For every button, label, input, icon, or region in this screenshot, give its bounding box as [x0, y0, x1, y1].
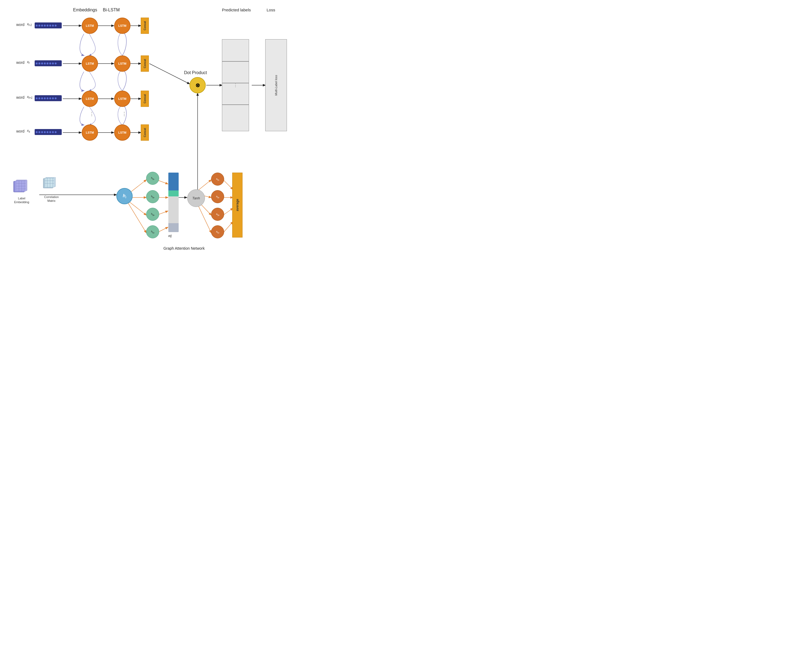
lstm-left-2: LSTM [82, 55, 98, 72]
concat-3: Concat [141, 91, 149, 107]
eij-label: eij [168, 234, 172, 238]
word-label-2: word [16, 60, 24, 65]
svg-line-29 [223, 180, 233, 189]
correlation-matrix-group: CorrelationMatrix [39, 177, 64, 203]
concat-4: Concat [141, 125, 149, 141]
embedding-bar-1 [35, 23, 62, 28]
label-embedding-text: LabelEmbedding [9, 197, 34, 204]
multi-label-loss-text: Multi-Label loss [275, 75, 278, 96]
label-embedding-icon [12, 178, 31, 195]
hij-circle-1: hij₁ [146, 172, 159, 185]
concat-label-4: Concat [143, 128, 147, 137]
embedding-bar-3 [35, 95, 62, 101]
tanh-circle: Tanh [187, 189, 205, 207]
aij-circle-3: aij₃ [211, 208, 224, 221]
word-label-1: word [16, 23, 24, 27]
svg-line-31 [223, 208, 233, 215]
correlation-matrix-text: CorrelationMatrix [39, 195, 64, 203]
concat-1: Concat [141, 18, 149, 34]
x-label-1: xt-1 [27, 22, 32, 26]
embeddings-label: Embeddings [73, 8, 97, 12]
dots-lstm-left: ⋮ [89, 111, 95, 117]
lstm-left-1: LSTM [82, 18, 98, 34]
svg-line-19 [127, 201, 146, 233]
dots-lstm-right: ⋮ [122, 111, 127, 117]
dot-product-symbol: ⊗ [189, 77, 206, 93]
concat-2: Concat [141, 55, 149, 72]
lstm-left-4: LSTM [82, 125, 98, 141]
svg-line-18 [127, 200, 146, 215]
gan-label: Graph Attention Network [116, 246, 252, 250]
loss-box: Multi-Label loss [265, 39, 287, 131]
embedding-bar-2 [35, 60, 62, 66]
loss-title: Loss [267, 8, 275, 12]
hi-circle: hi [116, 188, 133, 204]
svg-line-28 [198, 204, 211, 233]
diagram-container: Embeddings Bi-LSTM Predicted labels Loss… [0, 0, 325, 258]
x-label-3: xt+1 [27, 95, 32, 99]
svg-line-25 [198, 180, 211, 191]
concat-label-3: Concat [143, 94, 147, 104]
hij-circle-2: hij₂ [146, 190, 159, 203]
concat-label-2: Concat [143, 59, 147, 68]
svg-line-12 [150, 64, 189, 84]
embedding-bar-4 [35, 129, 62, 135]
x-label-2: xt [27, 60, 29, 64]
svg-line-32 [223, 222, 233, 233]
x-label-4: xs [27, 129, 30, 133]
lstm-right-4: LSTM [114, 125, 130, 141]
aij-circle-1: aij₁ [211, 172, 224, 186]
dot-product-label: Dot Product [184, 70, 207, 75]
aij-circle-4: aij₄ [211, 225, 224, 238]
eij-bar [168, 172, 179, 232]
lstm-right-1: LSTM [114, 18, 130, 34]
average-label: average [235, 199, 239, 211]
correlation-matrix-icon [42, 177, 61, 193]
predicted-labels-title: Predicted labels [222, 8, 251, 12]
word-label-4: word [16, 129, 24, 133]
predicted-labels-box: ⋮ [222, 39, 249, 131]
lstm-left-3: LSTM [82, 91, 98, 107]
aij-circle-2: aij₂ [211, 190, 224, 203]
hij-circle-3: hij₃ [146, 208, 159, 221]
lstm-right-2: LSTM [114, 55, 130, 72]
hij-circle-4: hij₄ [146, 225, 159, 238]
word-label-3: word [16, 95, 24, 99]
label-embedding-group: LabelEmbedding [9, 178, 34, 204]
bilstm-label: Bi-LSTM [103, 8, 120, 12]
average-box: average [232, 172, 243, 238]
concat-label-1: Concat [143, 21, 147, 30]
lstm-right-3: LSTM [114, 91, 130, 107]
